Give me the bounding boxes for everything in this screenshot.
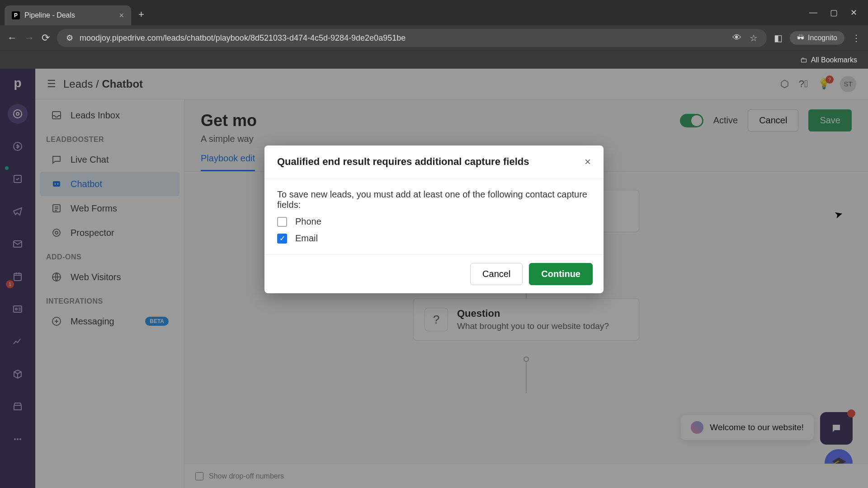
tab-title: Pipeline - Deals — [24, 11, 114, 19]
incognito-icon: 🕶 — [797, 34, 804, 42]
minimize-icon[interactable]: — — [809, 8, 817, 18]
forward-button[interactable]: → — [24, 32, 34, 44]
tab-close-icon[interactable]: × — [119, 11, 124, 20]
all-bookmarks-link[interactable]: All Bookmarks — [811, 56, 857, 64]
folder-icon: 🗀 — [800, 56, 807, 64]
email-checkbox[interactable]: ✓ — [277, 234, 287, 244]
email-option[interactable]: ✓ Email — [277, 233, 591, 244]
address-bar[interactable]: ⚙ moodjoy.pipedrive.com/leads/chatbot/pl… — [57, 29, 767, 47]
close-icon[interactable]: × — [585, 155, 591, 168]
reload-button[interactable]: ⟳ — [42, 32, 50, 44]
browser-menu-icon[interactable]: ⋮ — [852, 33, 861, 43]
url-text: moodjoy.pipedrive.com/leads/chatbot/play… — [80, 33, 726, 43]
phone-option[interactable]: Phone — [277, 216, 591, 227]
incognito-eye-icon[interactable]: 👁 — [732, 33, 741, 43]
email-label: Email — [295, 233, 318, 244]
new-tab-button[interactable]: + — [138, 9, 144, 20]
phone-label: Phone — [295, 216, 321, 227]
phone-checkbox[interactable] — [277, 217, 287, 227]
modal-description: To save new leads, you must add at least… — [277, 189, 591, 210]
bookmark-star-icon[interactable]: ☆ — [750, 33, 758, 43]
browser-tab[interactable]: P Pipeline - Deals × — [5, 5, 131, 25]
modal-title: Qualified end result requires additional… — [277, 156, 529, 168]
modal-cancel-button[interactable]: Cancel — [470, 263, 523, 285]
browser-tab-strip: P Pipeline - Deals × + — ▢ ✕ — [0, 0, 868, 25]
back-button[interactable]: ← — [7, 32, 17, 44]
modal-continue-button[interactable]: Continue — [529, 263, 593, 285]
close-window-icon[interactable]: ✕ — [850, 8, 857, 18]
bookmarks-bar: 🗀 All Bookmarks — [0, 51, 868, 69]
window-controls: — ▢ ✕ — [809, 8, 868, 18]
capture-fields-modal: Qualified end result requires additional… — [264, 145, 604, 293]
site-settings-icon[interactable]: ⚙ — [66, 33, 73, 43]
maximize-icon[interactable]: ▢ — [830, 8, 838, 18]
incognito-indicator[interactable]: 🕶 Incognito — [790, 31, 844, 45]
side-panel-icon[interactable]: ◧ — [774, 33, 783, 43]
tab-favicon: P — [12, 11, 20, 19]
browser-toolbar: ← → ⟳ ⚙ moodjoy.pipedrive.com/leads/chat… — [0, 25, 868, 51]
